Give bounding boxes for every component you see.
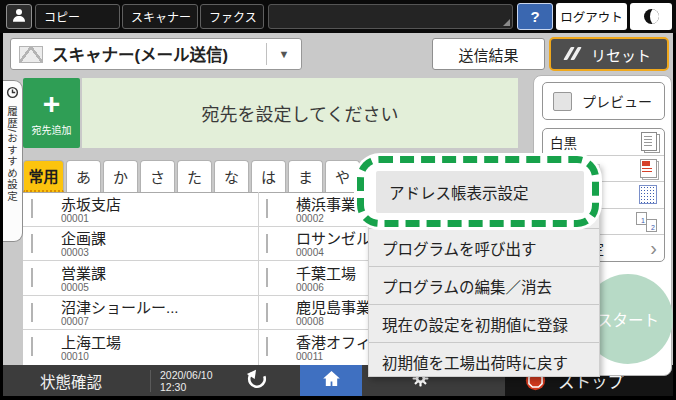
index-tab-label: ま [298, 166, 313, 187]
address-entry[interactable]: 赤坂支店 00001 [23, 192, 258, 227]
address-entry[interactable]: 営業課 00005 [23, 261, 258, 296]
menu-item-register-defaults[interactable]: 現在の設定を初期値に登録 [369, 304, 599, 342]
tab-scanner-label: スキャナー [131, 8, 191, 25]
menu-item-label: アドレス帳表示設定 [389, 181, 529, 203]
bw-document-icon [641, 132, 657, 151]
mail-icon [31, 268, 33, 287]
preview-label: プレビュー [582, 91, 652, 111]
history-recommend-tab[interactable]: 履歴/おすすめ設定 [3, 80, 23, 242]
tab-scanner[interactable]: スキャナー [122, 4, 198, 29]
index-tab-ma[interactable]: ま [288, 160, 323, 192]
plus-icon: + [43, 89, 61, 119]
mail-icon [266, 268, 268, 287]
address-number: 00005 [61, 282, 89, 294]
menu-item-restore-factory-defaults[interactable]: 初期値を工場出荷時に戻す [369, 342, 599, 380]
mail-icon [31, 337, 33, 356]
history-tab-label: 履歴/おすすめ設定 [5, 106, 20, 202]
app-mode-dropdown[interactable]: スキャナー(メール送信) ▼ [10, 38, 302, 70]
menu-item-label: 初期値を工場出荷時に戻す [382, 351, 568, 373]
menu-item-recall-program[interactable]: プログラムを呼び出す [369, 228, 599, 266]
destination-message: 宛先を設定してください [202, 100, 399, 126]
halftone-icon [639, 185, 657, 204]
pages-1-2-icon: 1 2 [636, 212, 657, 232]
preview-checkbox[interactable] [553, 92, 572, 111]
address-number: 00008 [296, 316, 324, 328]
index-tab-label: な [224, 166, 239, 187]
address-entry[interactable]: 企画課 00003 [23, 227, 258, 261]
home-icon [321, 368, 342, 393]
menu-item-label: プログラムを呼び出す [382, 237, 537, 259]
tab-fax-label: ファクス [209, 8, 257, 25]
reset-label: リセット [591, 44, 651, 65]
color-mode-label: 白黒 [550, 132, 577, 152]
reset-slash-icon [567, 46, 581, 63]
index-tab-sa[interactable]: さ [140, 160, 175, 192]
column-divider [258, 192, 259, 365]
address-entry[interactable]: 沼津ショールー... 00007 [23, 296, 258, 330]
address-name: 横浜事業 [296, 196, 356, 213]
mail-icon [31, 303, 33, 322]
index-tab-label: や [335, 166, 350, 187]
index-tab-a[interactable]: あ [66, 160, 101, 192]
start-label: スタート [597, 308, 659, 330]
index-tab-ka[interactable]: か [103, 160, 138, 192]
user-icon [11, 7, 27, 27]
divider [150, 370, 151, 392]
add-destination-button[interactable]: + 宛先追加 [23, 78, 80, 148]
preview-button[interactable]: プレビュー [542, 82, 665, 120]
tab-fax[interactable]: ファクス [200, 4, 264, 29]
chevron-right-icon: › [650, 238, 657, 258]
address-number: 00003 [61, 247, 89, 259]
address-entry[interactable]: 上海工場 00010 [23, 330, 258, 365]
energy-saver-button[interactable] [630, 3, 672, 30]
send-result-label: 送信結果 [458, 44, 518, 65]
reset-button[interactable]: リセット [549, 37, 669, 71]
index-tab-ta[interactable]: た [177, 160, 212, 192]
index-tab-frequent[interactable]: 常用 [23, 160, 64, 192]
page-digit: 2 [646, 219, 657, 232]
app-mode-label: スキャナー(メール送信) [52, 42, 228, 66]
mail-icon [266, 199, 268, 218]
address-name: ロサンゼル [296, 230, 371, 247]
clock-icon [6, 85, 19, 103]
stamped-document-icon [640, 159, 657, 178]
address-name: 上海工場 [61, 334, 121, 351]
address-name: 鹿児島事業 [296, 299, 371, 316]
address-name: 香港オフィ [296, 334, 371, 351]
index-tab-label: 常用 [28, 165, 58, 186]
mail-icon [19, 46, 43, 63]
index-tab-label: さ [150, 166, 165, 187]
mail-icon [31, 199, 33, 218]
status-check-button[interactable]: 状態確認 [40, 365, 102, 396]
top-bar: コピー スキャナー ファクス ? ログアウト [0, 0, 676, 33]
tab-copy[interactable]: コピー [35, 4, 120, 29]
address-name: 営業課 [61, 265, 106, 282]
send-result-button[interactable]: 送信結果 [432, 38, 545, 70]
help-icon: ? [530, 8, 539, 25]
menu-item-label: プログラムの編集／消去 [382, 275, 552, 297]
user-button[interactable] [6, 4, 32, 29]
home-button[interactable] [300, 365, 362, 396]
index-tab-na[interactable]: な [214, 160, 249, 192]
index-tab-ha[interactable]: は [251, 160, 286, 192]
address-name: 赤坂支店 [61, 196, 121, 213]
back-button[interactable] [238, 365, 274, 396]
menu-item-address-book-display-settings[interactable]: アドレス帳表示設定 [376, 171, 584, 213]
color-mode-row[interactable]: 白黒 [543, 129, 664, 155]
logout-button[interactable]: ログアウト [556, 3, 627, 30]
menu-item-edit-delete-program[interactable]: プログラムの編集／消去 [369, 266, 599, 304]
index-tab-label: た [187, 166, 202, 187]
address-name: 企画課 [61, 230, 106, 247]
system-message-area [268, 4, 513, 29]
address-number: 00006 [296, 282, 324, 294]
mail-icon [266, 337, 268, 356]
chevron-down-icon: ▼ [267, 48, 301, 60]
address-name: 千葉工場 [296, 265, 356, 282]
logout-label: ログアウト [560, 7, 623, 26]
date-label: 2020/06/10 [160, 369, 213, 381]
address-number: 00010 [61, 351, 89, 363]
help-button[interactable]: ? [517, 3, 553, 30]
index-tab-label: あ [76, 166, 91, 187]
address-number: 00001 [61, 213, 89, 225]
index-tab-label: か [113, 166, 128, 187]
